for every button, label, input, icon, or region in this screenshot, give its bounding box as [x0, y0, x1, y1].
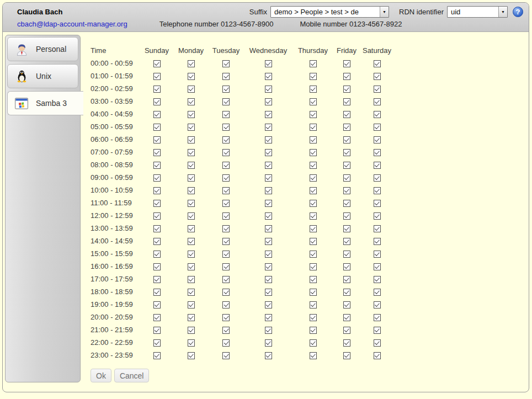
- hour-checkbox-sunday-4[interactable]: [153, 111, 161, 118]
- hour-checkbox-saturday-14[interactable]: [374, 238, 381, 245]
- hour-checkbox-sunday-5[interactable]: [153, 124, 161, 131]
- hour-checkbox-thursday-19[interactable]: [310, 301, 317, 308]
- hour-checkbox-wednesday-19[interactable]: [265, 301, 272, 308]
- hour-checkbox-friday-2[interactable]: [343, 86, 350, 93]
- rdn-identifier-select[interactable]: uid ▼: [447, 6, 508, 18]
- hour-checkbox-saturday-0[interactable]: [374, 60, 381, 67]
- hour-checkbox-saturday-4[interactable]: [374, 111, 381, 118]
- hour-checkbox-monday-7[interactable]: [188, 149, 195, 156]
- hour-checkbox-thursday-9[interactable]: [310, 174, 317, 182]
- hour-checkbox-thursday-17[interactable]: [310, 276, 317, 283]
- hour-checkbox-saturday-7[interactable]: [374, 149, 381, 156]
- hour-checkbox-thursday-7[interactable]: [310, 149, 317, 156]
- hour-checkbox-wednesday-6[interactable]: [265, 136, 272, 143]
- hour-checkbox-friday-11[interactable]: [343, 200, 350, 207]
- hour-checkbox-thursday-0[interactable]: [310, 60, 317, 67]
- hour-checkbox-monday-9[interactable]: [188, 174, 195, 182]
- hour-checkbox-sunday-15[interactable]: [153, 251, 161, 258]
- hour-checkbox-tuesday-4[interactable]: [222, 111, 230, 118]
- hour-checkbox-sunday-0[interactable]: [153, 60, 161, 67]
- hour-checkbox-thursday-18[interactable]: [310, 289, 317, 296]
- hour-checkbox-monday-16[interactable]: [188, 263, 195, 270]
- hour-checkbox-thursday-1[interactable]: [310, 73, 317, 80]
- suffix-select[interactable]: demo > People > test > de ▼: [270, 6, 389, 18]
- hour-checkbox-friday-23[interactable]: [343, 352, 350, 359]
- hour-checkbox-wednesday-9[interactable]: [265, 174, 272, 182]
- hour-checkbox-wednesday-10[interactable]: [265, 187, 272, 194]
- hour-checkbox-wednesday-13[interactable]: [265, 225, 272, 232]
- hour-checkbox-saturday-22[interactable]: [374, 339, 381, 347]
- hour-checkbox-sunday-10[interactable]: [153, 187, 161, 194]
- hour-checkbox-thursday-2[interactable]: [310, 86, 317, 93]
- hour-checkbox-monday-10[interactable]: [188, 187, 195, 194]
- hour-checkbox-thursday-11[interactable]: [310, 200, 317, 207]
- hour-checkbox-sunday-8[interactable]: [153, 162, 161, 169]
- hour-checkbox-sunday-2[interactable]: [153, 86, 161, 93]
- hour-checkbox-friday-15[interactable]: [343, 251, 350, 258]
- hour-checkbox-friday-3[interactable]: [343, 98, 350, 105]
- hour-checkbox-monday-6[interactable]: [188, 136, 195, 143]
- hour-checkbox-tuesday-19[interactable]: [222, 301, 230, 308]
- hour-checkbox-saturday-2[interactable]: [374, 86, 381, 93]
- hour-checkbox-sunday-11[interactable]: [153, 200, 161, 207]
- hour-checkbox-tuesday-18[interactable]: [222, 289, 230, 296]
- hour-checkbox-wednesday-7[interactable]: [265, 149, 272, 156]
- hour-checkbox-wednesday-4[interactable]: [265, 111, 272, 118]
- hour-checkbox-tuesday-0[interactable]: [222, 60, 230, 67]
- hour-checkbox-thursday-6[interactable]: [310, 136, 317, 143]
- hour-checkbox-friday-14[interactable]: [343, 238, 350, 245]
- hour-checkbox-tuesday-17[interactable]: [222, 276, 230, 283]
- hour-checkbox-thursday-14[interactable]: [310, 238, 317, 245]
- hour-checkbox-saturday-20[interactable]: [374, 314, 381, 321]
- hour-checkbox-saturday-10[interactable]: [374, 187, 381, 194]
- hour-checkbox-friday-4[interactable]: [343, 111, 350, 118]
- hour-checkbox-friday-1[interactable]: [343, 73, 350, 80]
- hour-checkbox-wednesday-8[interactable]: [265, 162, 272, 169]
- hour-checkbox-sunday-21[interactable]: [153, 327, 161, 334]
- hour-checkbox-friday-5[interactable]: [343, 124, 350, 131]
- hour-checkbox-tuesday-1[interactable]: [222, 73, 230, 80]
- hour-checkbox-monday-11[interactable]: [188, 200, 195, 207]
- hour-checkbox-saturday-21[interactable]: [374, 327, 381, 334]
- hour-checkbox-friday-9[interactable]: [343, 174, 350, 182]
- hour-checkbox-thursday-10[interactable]: [310, 187, 317, 194]
- hour-checkbox-sunday-3[interactable]: [153, 98, 161, 105]
- hour-checkbox-monday-5[interactable]: [188, 124, 195, 131]
- hour-checkbox-tuesday-3[interactable]: [222, 98, 230, 105]
- hour-checkbox-thursday-3[interactable]: [310, 98, 317, 105]
- hour-checkbox-tuesday-7[interactable]: [222, 149, 230, 156]
- hour-checkbox-thursday-15[interactable]: [310, 251, 317, 258]
- hour-checkbox-friday-16[interactable]: [343, 263, 350, 270]
- ok-button[interactable]: Ok: [91, 369, 111, 382]
- hour-checkbox-sunday-18[interactable]: [153, 289, 161, 296]
- hour-checkbox-wednesday-14[interactable]: [265, 238, 272, 245]
- hour-checkbox-monday-0[interactable]: [188, 60, 195, 67]
- hour-checkbox-friday-22[interactable]: [343, 339, 350, 347]
- hour-checkbox-sunday-20[interactable]: [153, 314, 161, 321]
- hour-checkbox-monday-8[interactable]: [188, 162, 195, 169]
- hour-checkbox-monday-18[interactable]: [188, 289, 195, 296]
- hour-checkbox-saturday-8[interactable]: [374, 162, 381, 169]
- hour-checkbox-monday-3[interactable]: [188, 98, 195, 105]
- hour-checkbox-sunday-17[interactable]: [153, 276, 161, 283]
- cancel-button[interactable]: Cancel: [114, 369, 150, 382]
- hour-checkbox-sunday-12[interactable]: [153, 212, 161, 220]
- hour-checkbox-friday-10[interactable]: [343, 187, 350, 194]
- hour-checkbox-thursday-20[interactable]: [310, 314, 317, 321]
- hour-checkbox-wednesday-23[interactable]: [265, 352, 272, 359]
- hour-checkbox-wednesday-2[interactable]: [265, 86, 272, 93]
- hour-checkbox-monday-1[interactable]: [188, 73, 195, 80]
- hour-checkbox-friday-6[interactable]: [343, 136, 350, 143]
- hour-checkbox-tuesday-5[interactable]: [222, 124, 230, 131]
- hour-checkbox-saturday-12[interactable]: [374, 212, 381, 220]
- hour-checkbox-tuesday-13[interactable]: [222, 225, 230, 232]
- hour-checkbox-saturday-18[interactable]: [374, 289, 381, 296]
- hour-checkbox-friday-8[interactable]: [343, 162, 350, 169]
- hour-checkbox-tuesday-15[interactable]: [222, 251, 230, 258]
- email-link[interactable]: cbach@ldap-account-manager.org: [17, 20, 127, 28]
- hour-checkbox-tuesday-8[interactable]: [222, 162, 230, 169]
- hour-checkbox-tuesday-6[interactable]: [222, 136, 230, 143]
- hour-checkbox-tuesday-21[interactable]: [222, 327, 230, 334]
- hour-checkbox-sunday-6[interactable]: [153, 136, 161, 143]
- hour-checkbox-friday-12[interactable]: [343, 212, 350, 220]
